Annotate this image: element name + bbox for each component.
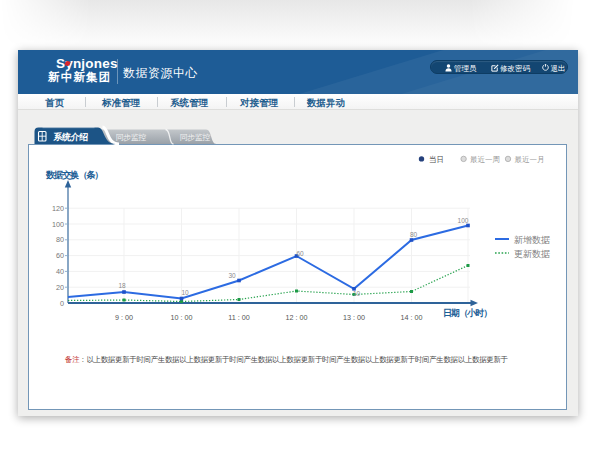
svg-text:最近一月: 最近一月 [515, 155, 545, 164]
svg-text:30: 30 [228, 272, 236, 279]
svg-text:最近一周: 最近一周 [470, 155, 500, 164]
svg-text:10: 10 [353, 290, 361, 297]
svg-text:当日: 当日 [429, 155, 444, 164]
svg-text:40: 40 [56, 267, 64, 276]
svg-text:14 : 00: 14 : 00 [401, 313, 423, 322]
svg-text:日期（小时）: 日期（小时） [443, 308, 492, 318]
svg-text:数据交换（条）: 数据交换（条） [45, 170, 103, 180]
svg-text:100: 100 [458, 217, 469, 224]
svg-text:80: 80 [410, 231, 418, 238]
svg-text:20: 20 [56, 283, 64, 292]
svg-text:60: 60 [296, 250, 304, 257]
svg-text:系统介绍: 系统介绍 [53, 132, 89, 142]
svg-text:更新数据: 更新数据 [514, 249, 550, 259]
svg-text:同步监控: 同步监控 [116, 133, 147, 142]
svg-text:9 : 00: 9 : 00 [115, 313, 133, 322]
svg-text:10: 10 [181, 289, 189, 296]
svg-text:新增数据: 新增数据 [514, 235, 550, 245]
svg-text:100: 100 [52, 220, 64, 229]
svg-text:18: 18 [118, 282, 126, 289]
svg-text:120: 120 [52, 204, 64, 213]
svg-text:11 : 00: 11 : 00 [228, 313, 249, 322]
svg-text:80: 80 [56, 235, 64, 244]
svg-text:同步监控: 同步监控 [180, 133, 211, 142]
svg-text:13 : 00: 13 : 00 [343, 313, 365, 322]
svg-text:12 : 00: 12 : 00 [286, 313, 308, 322]
svg-text:0: 0 [60, 299, 64, 308]
svg-text:10 : 00: 10 : 00 [171, 313, 193, 322]
svg-text:60: 60 [56, 251, 64, 260]
